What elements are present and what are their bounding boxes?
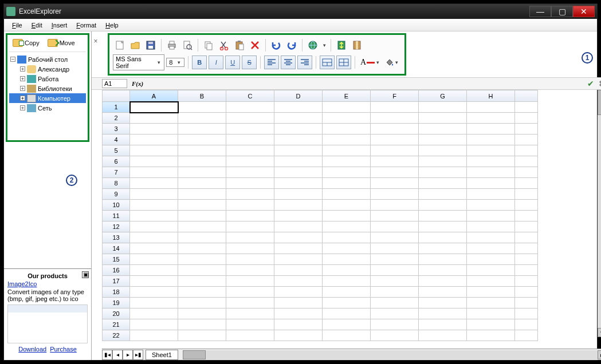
cell[interactable] [419,167,467,178]
cell[interactable] [323,211,371,221]
cell[interactable] [178,124,226,134]
cell[interactable] [419,102,467,113]
cell[interactable] [226,178,274,189]
cell[interactable] [130,124,178,134]
cell[interactable] [323,254,371,265]
cell[interactable] [419,287,467,298]
cell[interactable] [274,265,323,276]
row-header[interactable]: 18 [103,287,130,298]
row-header[interactable]: 4 [103,134,130,145]
cell[interactable] [274,254,323,265]
select-all-corner[interactable] [103,90,130,102]
purchase-link[interactable]: Purchase [50,346,76,353]
cell[interactable] [419,221,467,232]
tree-item-computer[interactable]: +Компьютер [9,93,86,103]
cell[interactable] [274,308,323,319]
cell[interactable] [226,232,274,243]
cell[interactable] [226,298,274,308]
menu-file[interactable]: File [9,21,26,30]
align-left-button[interactable] [264,56,279,69]
cell[interactable] [130,319,178,330]
undo-button[interactable] [269,38,283,52]
cell[interactable] [371,167,419,178]
cell[interactable] [467,124,515,134]
cell[interactable] [130,276,178,287]
cell[interactable] [178,319,226,330]
cell[interactable] [226,156,274,167]
column-header[interactable]: D [274,90,323,102]
cell[interactable] [274,200,323,211]
cell[interactable] [178,243,226,254]
titlebar[interactable]: ExcelExplorer — ▢ ✕ [4,4,597,19]
cell[interactable] [419,134,467,145]
cell[interactable] [226,145,274,156]
cell[interactable] [274,298,323,308]
cell[interactable] [371,232,419,243]
row-header[interactable]: 15 [103,254,130,265]
cell[interactable] [323,134,371,145]
menu-help[interactable]: Help [102,21,122,30]
cell[interactable] [130,330,178,341]
cell[interactable] [419,113,467,124]
font-selector[interactable]: MS Sans Serif▾ [113,54,164,70]
cell[interactable] [130,211,178,221]
row-header[interactable]: 21 [103,319,130,330]
cell[interactable] [467,298,515,308]
bold-button[interactable]: B [192,56,207,69]
cell[interactable] [130,287,178,298]
cell[interactable] [467,200,515,211]
font-color-button[interactable]: A▾ [359,56,382,69]
cell[interactable] [130,243,178,254]
cell[interactable] [274,319,323,330]
cell[interactable] [467,232,515,243]
cell[interactable] [467,134,515,145]
first-sheet-button[interactable]: ▮◂ [102,350,112,360]
products-close-icon[interactable]: ▣ [82,271,89,278]
cell[interactable] [178,287,226,298]
align-right-button[interactable] [297,56,312,69]
folder-tree[interactable]: − Рабочий стол +Александр +Работа +Библи… [9,54,86,113]
close-button[interactable]: ✕ [573,6,595,17]
cell[interactable] [178,134,226,145]
menu-insert[interactable]: Insert [48,21,71,30]
formula-cancel-icon[interactable]: ✖ [599,79,601,88]
cell[interactable] [274,189,323,200]
cell-reference[interactable]: A1 [102,79,127,88]
cell[interactable] [467,178,515,189]
cell[interactable] [130,308,178,319]
cell[interactable] [130,113,178,124]
cell[interactable] [226,319,274,330]
cell[interactable] [274,232,323,243]
column-header[interactable]: E [323,90,371,102]
copy-toolbar-button[interactable] [202,38,215,52]
vscroll-thumb[interactable] [598,90,601,115]
cell[interactable] [371,287,419,298]
cell[interactable] [130,254,178,265]
cell[interactable] [419,211,467,221]
cell[interactable] [178,265,226,276]
cell[interactable] [419,276,467,287]
dropdown-icon[interactable]: ▾ [321,42,327,48]
row-header[interactable]: 2 [103,113,130,124]
tree-root[interactable]: − Рабочий стол [9,54,86,64]
cell[interactable] [274,134,323,145]
row-header[interactable]: 12 [103,221,130,232]
cell[interactable] [274,124,323,134]
cell[interactable] [274,276,323,287]
cell[interactable] [467,189,515,200]
cell[interactable] [419,298,467,308]
cell[interactable] [178,145,226,156]
cell[interactable] [274,330,323,341]
cell[interactable] [419,178,467,189]
prev-sheet-button[interactable]: ◂ [112,350,123,360]
column-header[interactable]: H [467,90,515,102]
cell[interactable] [178,330,226,341]
cell[interactable] [178,232,226,243]
cell[interactable] [467,102,515,113]
cell[interactable] [274,156,323,167]
cell[interactable] [419,145,467,156]
underline-button[interactable]: U [225,56,240,69]
cell[interactable] [274,243,323,254]
cell[interactable] [467,254,515,265]
column-header[interactable]: C [226,90,274,102]
